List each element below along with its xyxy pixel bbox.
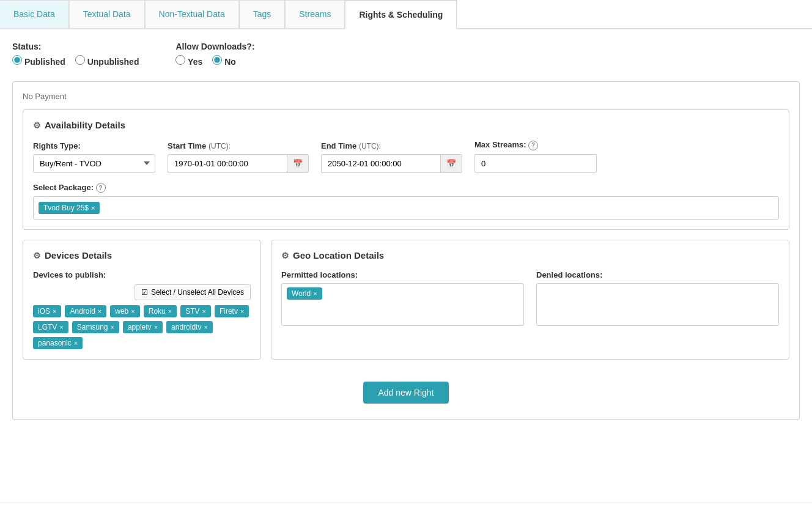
devices-details-card: ⚙ Devices Details Devices to publish: ☑ … xyxy=(23,240,261,360)
geo-title: ⚙ Geo Location Details xyxy=(281,250,779,261)
denied-locations-group: Denied locations: xyxy=(536,270,779,326)
status-row: Status: Published Unpublished Allow Down… xyxy=(12,42,800,70)
device-tag-appletv: appletv × xyxy=(123,321,163,333)
tab-non-textual-data[interactable]: Non-Textual Data xyxy=(145,0,239,28)
device-tag-samsung-remove[interactable]: × xyxy=(110,323,114,331)
device-tag-samsung: Samsung × xyxy=(72,321,119,333)
geo-location-details-card: ⚙ Geo Location Details Permitted locatio… xyxy=(271,240,789,360)
end-time-calendar-button[interactable]: 📅 xyxy=(440,154,462,173)
select-package-label: Select Package: ? xyxy=(33,183,779,193)
select-all-button[interactable]: ☑ Select / Unselect All Devices xyxy=(135,284,251,300)
start-time-group: Start Time (UTC): 📅 xyxy=(168,141,309,173)
availability-form-row: Rights Type: Buy/Rent - TVOD Free SVOD A… xyxy=(33,140,779,173)
checkbox-icon: ☑ xyxy=(141,288,148,297)
tab-tags[interactable]: Tags xyxy=(239,0,286,28)
device-tag-panasonic: panasonic × xyxy=(33,337,83,349)
allow-downloads-radio-group: Yes No xyxy=(175,55,254,70)
device-tag-lgtv-remove[interactable]: × xyxy=(59,323,63,331)
allow-downloads-label: Allow Downloads?: xyxy=(175,42,254,51)
device-tag-roku: Roku × xyxy=(144,305,177,317)
tab-streams[interactable]: Streams xyxy=(285,0,345,28)
package-field[interactable]: Tvod Buy 25$ × xyxy=(33,196,779,220)
device-tag-stv: STV × xyxy=(180,305,211,317)
main-content: Status: Published Unpublished Allow Down… xyxy=(0,29,812,503)
end-time-label: End Time (UTC): xyxy=(321,141,462,150)
denied-locations-label: Denied locations: xyxy=(536,270,779,279)
start-time-input[interactable] xyxy=(168,154,287,173)
select-all-row: ☑ Select / Unselect All Devices xyxy=(33,284,251,300)
start-time-calendar-button[interactable]: 📅 xyxy=(287,154,309,173)
status-unpublished-radio[interactable] xyxy=(75,55,85,65)
devices-title: ⚙ Devices Details xyxy=(33,250,251,261)
permitted-locations-field[interactable]: World × xyxy=(281,283,524,326)
end-time-input-wrapper: 📅 xyxy=(321,154,462,173)
allow-downloads-yes-option[interactable]: Yes xyxy=(175,55,202,67)
package-tag-tvod-remove[interactable]: × xyxy=(91,204,95,212)
tab-bar: Basic Data Textual Data Non-Textual Data… xyxy=(0,0,812,29)
max-streams-label: Max Streams: ? xyxy=(474,140,597,150)
allow-downloads-no-radio[interactable] xyxy=(212,55,222,65)
device-tag-roku-remove[interactable]: × xyxy=(168,308,172,315)
end-time-group: End Time (UTC): 📅 xyxy=(321,141,462,173)
permitted-locations-label: Permitted locations: xyxy=(281,270,524,279)
select-package-group: Select Package: ? Tvod Buy 25$ × xyxy=(33,183,779,220)
status-group: Status: Published Unpublished xyxy=(12,42,139,70)
device-tag-firetv-remove[interactable]: × xyxy=(240,308,244,315)
denied-locations-field[interactable] xyxy=(536,283,779,326)
max-streams-group: Max Streams: ? xyxy=(474,140,597,173)
no-payment-title: No Payment xyxy=(23,92,789,101)
availability-details-title: ⚙ Availability Details xyxy=(33,120,779,130)
tab-textual-data[interactable]: Textual Data xyxy=(69,0,145,28)
status-unpublished-label: Unpublished xyxy=(87,57,139,67)
status-label: Status: xyxy=(12,42,139,51)
no-payment-section: No Payment ⚙ Availability Details Rights… xyxy=(12,81,800,420)
device-tag-panasonic-remove[interactable]: × xyxy=(74,339,78,347)
end-time-input[interactable] xyxy=(321,154,440,173)
add-new-right-button[interactable]: Add new Right xyxy=(363,382,448,404)
device-tags-container: iOS × Android × web × Roku × xyxy=(33,305,251,349)
allow-downloads-yes-radio[interactable] xyxy=(175,55,185,65)
permitted-world-label: World xyxy=(292,289,311,298)
device-tag-androidtv-remove[interactable]: × xyxy=(204,323,207,331)
device-tag-stv-remove[interactable]: × xyxy=(202,308,206,315)
devices-gear-icon: ⚙ xyxy=(33,251,41,261)
device-tag-android-remove[interactable]: × xyxy=(98,308,102,315)
permitted-world-tag: World × xyxy=(287,287,322,300)
status-published-label: Published xyxy=(24,57,65,67)
device-tag-firetv: Firetv × xyxy=(215,305,249,317)
device-tag-web: web × xyxy=(110,305,139,317)
package-tag-tvod-label: Tvod Buy 25$ xyxy=(43,204,89,212)
start-time-label: Start Time (UTC): xyxy=(168,141,309,150)
max-streams-input[interactable] xyxy=(474,154,597,173)
device-tag-ios-remove[interactable]: × xyxy=(53,308,56,315)
permitted-world-remove[interactable]: × xyxy=(313,290,317,297)
device-tag-androidtv: androidtv × xyxy=(166,321,213,333)
device-tag-android: Android × xyxy=(65,305,106,317)
tab-basic-data[interactable]: Basic Data xyxy=(0,0,69,28)
start-time-input-wrapper: 📅 xyxy=(168,154,309,173)
device-tag-appletv-remove[interactable]: × xyxy=(154,323,158,331)
device-tag-web-remove[interactable]: × xyxy=(131,308,135,315)
max-streams-help-icon: ? xyxy=(528,141,538,150)
device-tag-ios: iOS × xyxy=(33,305,61,317)
availability-details-card: ⚙ Availability Details Rights Type: Buy/… xyxy=(23,109,789,230)
tabs-container: Basic Data Textual Data Non-Textual Data… xyxy=(0,0,812,29)
devices-to-publish-label: Devices to publish: xyxy=(33,270,251,279)
rights-type-group: Rights Type: Buy/Rent - TVOD Free SVOD A… xyxy=(33,141,155,173)
allow-downloads-no-option[interactable]: No xyxy=(212,55,236,67)
package-tag-tvod: Tvod Buy 25$ × xyxy=(39,202,100,214)
status-published-option[interactable]: Published xyxy=(12,55,65,67)
status-published-radio[interactable] xyxy=(12,55,22,65)
permitted-locations-group: Permitted locations: World × xyxy=(281,270,524,326)
status-radio-group: Published Unpublished xyxy=(12,55,139,70)
allow-downloads-yes-label: Yes xyxy=(188,57,202,67)
status-unpublished-option[interactable]: Unpublished xyxy=(75,55,139,67)
geo-gear-icon: ⚙ xyxy=(281,251,289,261)
rights-type-select[interactable]: Buy/Rent - TVOD Free SVOD AVOD xyxy=(33,154,155,173)
footer: Update Movie xyxy=(0,503,812,510)
select-all-label: Select / Unselect All Devices xyxy=(151,288,244,297)
availability-gear-icon: ⚙ xyxy=(33,120,41,130)
tab-rights-scheduling[interactable]: Rights & Scheduling xyxy=(345,0,457,29)
allow-downloads-no-label: No xyxy=(224,57,236,67)
allow-downloads-group: Allow Downloads?: Yes No xyxy=(175,42,254,70)
